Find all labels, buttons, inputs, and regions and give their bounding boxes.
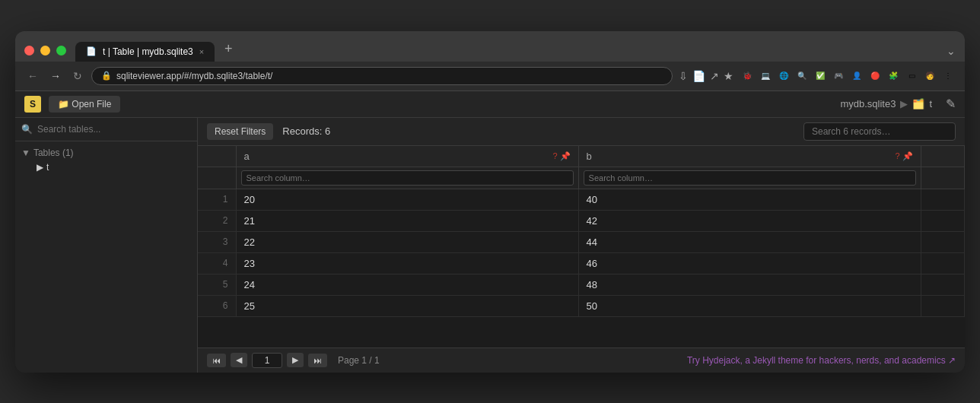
- app-logo: S: [24, 96, 41, 113]
- col-extra-cell: [921, 231, 964, 252]
- col-extra-cell: [921, 274, 964, 295]
- ext-5[interactable]: ✅: [813, 68, 828, 84]
- sidebar-search-icon: 🔍: [21, 124, 33, 135]
- maximize-dot[interactable]: [56, 46, 66, 56]
- ext-9[interactable]: 🧩: [886, 68, 901, 84]
- ext-7[interactable]: 👤: [849, 68, 864, 84]
- url-bar[interactable]: 🔒 sqliteviewer.app/#/mydb.sqlite3/table/…: [91, 67, 673, 85]
- new-tab-button[interactable]: +: [218, 39, 239, 60]
- table-row: 6 25 50: [198, 295, 965, 316]
- col-header-a: a ? 📌: [236, 146, 578, 167]
- tables-section-header[interactable]: ▼ Tables (1): [21, 146, 191, 160]
- breadcrumb: mydb.sqlite3 ▶ 🗂️ t: [840, 98, 932, 109]
- sidebar-item-t[interactable]: ▶ t: [21, 160, 191, 175]
- extension-icons: 🐞 💻 🌐 🔍 ✅ 🎮 👤 🔴 🧩 ▭ 🧑 ⋮: [740, 68, 956, 84]
- col-a-cell: 23: [236, 252, 578, 274]
- ext-8[interactable]: 🔴: [867, 68, 883, 84]
- last-page-button[interactable]: ⏭: [308, 354, 327, 367]
- more-extensions[interactable]: ⋮: [940, 68, 956, 84]
- tab-icon: 📄: [86, 46, 97, 56]
- open-file-button[interactable]: 📁 Open File: [49, 96, 120, 113]
- ext-3[interactable]: 🌐: [776, 68, 791, 84]
- content-area: Reset Filters Records: 6 a: [198, 118, 965, 373]
- back-button[interactable]: ←: [24, 67, 41, 85]
- close-dot[interactable]: [24, 46, 34, 56]
- col-a-cell: 21: [236, 210, 578, 231]
- ext-4[interactable]: 🔍: [794, 68, 810, 84]
- main-layout: 🔍 ▼ Tables (1) ▶ t: [15, 118, 965, 373]
- bookmark-icon[interactable]: ★: [724, 70, 733, 82]
- ext-2[interactable]: 💻: [758, 68, 773, 84]
- col-a-cell: 22: [236, 231, 578, 252]
- address-bar: ← → ↻ 🔒 sqliteviewer.app/#/mydb.sqlite3/…: [15, 62, 965, 91]
- col-extra-search: [921, 167, 964, 189]
- col-b-info-icon[interactable]: ?: [896, 151, 900, 161]
- tab-end-controls: ⌄: [947, 45, 956, 57]
- rownum-cell: 2: [198, 210, 236, 231]
- minimize-dot[interactable]: [40, 46, 50, 56]
- prev-page-button[interactable]: ◀: [231, 353, 247, 367]
- col-extra-cell: [921, 295, 964, 316]
- ext-11[interactable]: 🧑: [922, 68, 937, 84]
- table-row: 1 20 40: [198, 189, 965, 210]
- ext-10[interactable]: ▭: [904, 68, 919, 84]
- app-content: S 📁 Open File mydb.sqlite3 ▶ 🗂️ t ✎ 🔍: [15, 91, 965, 373]
- edit-icon[interactable]: ✎: [946, 97, 956, 111]
- refresh-button[interactable]: ↻: [70, 67, 85, 85]
- window-controls: [24, 46, 66, 56]
- browser-toolbar-icons: ⇩ 📄 ↗ ★: [679, 70, 733, 82]
- forward-button[interactable]: →: [47, 67, 64, 85]
- col-a-cell: 20: [236, 189, 578, 210]
- breadcrumb-icon: 🗂️: [912, 98, 924, 109]
- tables-section-label: Tables (1): [33, 148, 74, 158]
- col-b-pin-icon[interactable]: 📌: [902, 151, 913, 161]
- col-a-search-input[interactable]: [241, 170, 574, 186]
- pagination-bar: ⏮ ◀ ▶ ⏭ Page 1 / 1 Try Hydejack, a Jekyl…: [198, 347, 965, 373]
- app-toolbar: S 📁 Open File mydb.sqlite3 ▶ 🗂️ t ✎: [15, 91, 965, 118]
- share-icon[interactable]: ↗: [710, 70, 719, 82]
- reset-filters-button[interactable]: Reset Filters: [207, 123, 273, 140]
- download-icon[interactable]: ⇩: [679, 70, 688, 82]
- ext-1[interactable]: 🐞: [740, 68, 755, 84]
- col-a-search-cell: [236, 167, 578, 189]
- table-container: a ? 📌 b: [198, 146, 965, 347]
- col-a-cell: 25: [236, 295, 578, 316]
- table-row: 3 22 44: [198, 231, 965, 252]
- col-a-pin-icon[interactable]: 📌: [560, 151, 571, 161]
- table-row: 4 23 46: [198, 252, 965, 274]
- col-a-info-icon[interactable]: ?: [552, 151, 557, 161]
- sidebar-search-input[interactable]: [37, 124, 191, 135]
- ext-6[interactable]: 🎮: [831, 68, 846, 84]
- breadcrumb-table: t: [929, 98, 932, 109]
- search-records-input[interactable]: [803, 122, 956, 141]
- rownum-cell: 3: [198, 231, 236, 252]
- next-page-button[interactable]: ▶: [287, 353, 304, 367]
- title-bar: 📄 t | Table | mydb.sqlite3 × + ⌄: [15, 31, 965, 62]
- col-b-cell: 44: [578, 231, 921, 252]
- col-b-cell: 40: [578, 189, 921, 210]
- page-input[interactable]: [252, 353, 282, 368]
- tab-title: t | Table | mydb.sqlite3: [103, 46, 193, 57]
- records-bar: Reset Filters Records: 6: [198, 118, 965, 146]
- rownum-cell: 4: [198, 252, 236, 274]
- sidebar-table-name: t: [46, 162, 49, 173]
- tables-section: ▼ Tables (1) ▶ t: [15, 141, 197, 179]
- col-b-search-input[interactable]: [584, 170, 916, 186]
- active-tab[interactable]: 📄 t | Table | mydb.sqlite3 ×: [75, 42, 215, 62]
- page-icon[interactable]: 📄: [692, 70, 705, 82]
- tab-close-button[interactable]: ×: [199, 47, 204, 56]
- breadcrumb-db: mydb.sqlite3: [840, 98, 896, 109]
- chevron-down-icon: ⌄: [947, 45, 956, 57]
- records-count: Records: 6: [282, 125, 330, 137]
- col-b-cell: 48: [578, 274, 921, 295]
- rownum-cell: 1: [198, 189, 236, 210]
- table-row: 2 21 42: [198, 210, 965, 231]
- data-table: a ? 📌 b: [198, 146, 965, 317]
- rownum-header: [198, 146, 236, 167]
- hydejack-link[interactable]: Try Hydejack, a Jekyll theme for hackers…: [687, 355, 956, 366]
- page-info: Page 1 / 1: [338, 355, 380, 366]
- url-text: sqliteviewer.app/#/mydb.sqlite3/table/t/: [116, 71, 272, 81]
- table-body: 1 20 40 2 21 42 3 22 44 4 23 46 5 24 48 …: [198, 189, 965, 316]
- first-page-button[interactable]: ⏮: [207, 354, 226, 367]
- col-b-cell: 46: [578, 252, 921, 274]
